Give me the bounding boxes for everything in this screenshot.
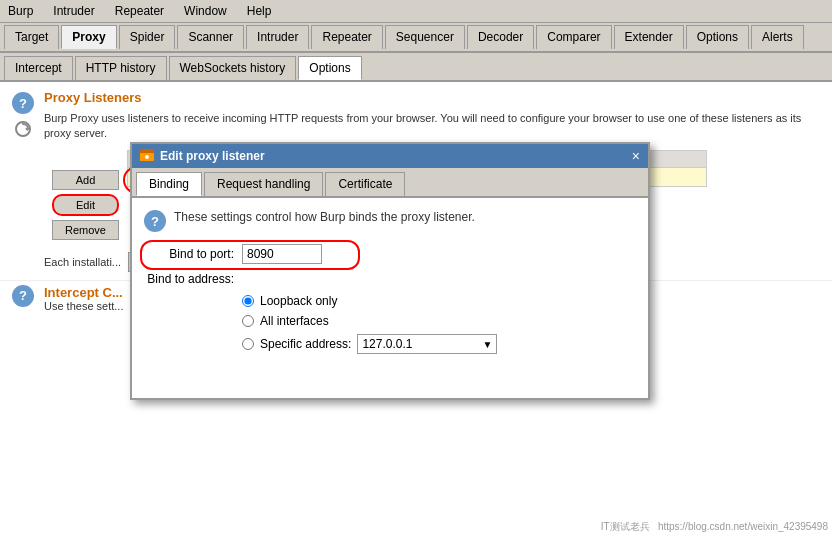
radio-loopback-label: Loopback only <box>260 294 337 308</box>
edit-proxy-dialog: Edit proxy listener × Binding Request ha… <box>130 142 650 400</box>
bind-address-row: Bind to address: <box>144 272 636 286</box>
dialog-help-icon: ? <box>144 210 166 232</box>
dialog-title: Edit proxy listener <box>160 149 265 163</box>
radio-all-input[interactable] <box>242 315 254 327</box>
tab-alerts[interactable]: Alerts <box>751 25 804 49</box>
address-value: 127.0.0.1 <box>362 337 412 351</box>
dialog-close-button[interactable]: × <box>632 148 640 164</box>
dropdown-arrow-icon: ▼ <box>482 339 492 350</box>
radio-specific: Specific address: 127.0.0.1 ▼ <box>242 334 636 354</box>
watermark: IT测试老兵 https://blog.csdn.net/weixin_4239… <box>601 520 828 534</box>
radio-loopback-input[interactable] <box>242 295 254 307</box>
tab-proxy[interactable]: Proxy <box>61 25 116 49</box>
tab-intruder[interactable]: Intruder <box>246 25 309 49</box>
menu-intruder[interactable]: Intruder <box>49 2 98 20</box>
tab-scanner[interactable]: Scanner <box>177 25 244 49</box>
tab-extender[interactable]: Extender <box>614 25 684 49</box>
menu-burp[interactable]: Burp <box>4 2 37 20</box>
radio-specific-input[interactable] <box>242 338 254 350</box>
svg-point-4 <box>145 155 149 159</box>
menu-window[interactable]: Window <box>180 2 231 20</box>
radio-all-interfaces: All interfaces <box>242 314 636 328</box>
tab-sequencer[interactable]: Sequencer <box>385 25 465 49</box>
main-tab-bar: Target Proxy Spider Scanner Intruder Rep… <box>0 23 832 53</box>
radio-specific-label: Specific address: <box>260 337 351 351</box>
menu-repeater[interactable]: Repeater <box>111 2 168 20</box>
dialog-help-row: ? These settings control how Burp binds … <box>144 210 636 232</box>
dialog-tab-bar: Binding Request handling Certificate <box>132 168 648 198</box>
subtab-intercept[interactable]: Intercept <box>4 56 73 80</box>
subtab-http-history[interactable]: HTTP history <box>75 56 167 80</box>
dialog-content: ? These settings control how Burp binds … <box>132 198 648 398</box>
dialog-title-bar: Edit proxy listener × <box>132 144 648 168</box>
tab-repeater[interactable]: Repeater <box>311 25 382 49</box>
menu-help[interactable]: Help <box>243 2 276 20</box>
address-dropdown[interactable]: 127.0.0.1 ▼ <box>357 334 497 354</box>
bind-port-label: Bind to port: <box>144 247 234 261</box>
main-content: ? Proxy Listeners Burp Proxy uses listen… <box>0 82 832 536</box>
subtab-websockets-history[interactable]: WebSockets history <box>169 56 297 80</box>
dialog-icon <box>140 149 154 163</box>
tab-comparer[interactable]: Comparer <box>536 25 611 49</box>
subtab-options[interactable]: Options <box>298 56 361 80</box>
dialog-help-text: These settings control how Burp binds th… <box>174 210 475 224</box>
bind-address-label: Bind to address: <box>144 272 234 286</box>
sub-tab-bar: Intercept HTTP history WebSockets histor… <box>0 53 832 82</box>
dialog-tab-request-handling[interactable]: Request handling <box>204 172 323 196</box>
bind-port-input[interactable] <box>242 244 322 264</box>
dialog-tab-certificate[interactable]: Certificate <box>325 172 405 196</box>
tab-target[interactable]: Target <box>4 25 59 49</box>
dialog-overlay: Edit proxy listener × Binding Request ha… <box>0 82 832 536</box>
tab-decoder[interactable]: Decoder <box>467 25 534 49</box>
radio-loopback: Loopback only <box>242 294 636 308</box>
radio-all-label: All interfaces <box>260 314 329 328</box>
tab-spider[interactable]: Spider <box>119 25 176 49</box>
bind-port-row: Bind to port: <box>144 244 636 264</box>
radio-group: Loopback only All interfaces Specific ad… <box>242 294 636 354</box>
menu-bar: Burp Intruder Repeater Window Help <box>0 0 832 23</box>
dialog-tab-binding[interactable]: Binding <box>136 172 202 196</box>
tab-options[interactable]: Options <box>686 25 749 49</box>
